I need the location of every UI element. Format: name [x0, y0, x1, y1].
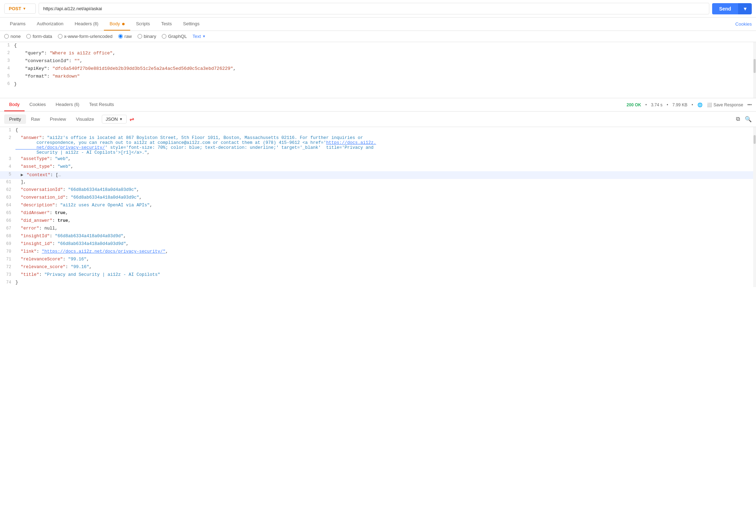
text-format-dropdown[interactable]: Text ▼ [192, 34, 206, 39]
resp-line-70: 70 "link": "https://docs.ai12z.net/docs/… [0, 248, 756, 256]
cookies-link[interactable]: Cookies [735, 21, 752, 27]
fmt-pretty[interactable]: Pretty [4, 114, 26, 124]
req-line-2: 2 "query": "Where is ai12z office", [0, 50, 756, 58]
req-line-1: 1 { [0, 42, 756, 50]
send-arrow-icon: ▼ [743, 6, 748, 12]
resp-line-63: 63 "conversation_id": "66d8ab6334a418a0d… [0, 194, 756, 202]
copy-icon[interactable]: ⧉ [736, 116, 740, 122]
body-options-row: none form-data x-www-form-urlencoded raw… [0, 31, 756, 42]
top-bar: POST ▼ Send ▼ [0, 0, 756, 18]
tab-scripts[interactable]: Scripts [130, 18, 155, 31]
resp-line-3: 3 "assetType": "web", [0, 156, 756, 164]
chevron-down-icon: ▼ [119, 117, 123, 121]
resp-line-1: 1 { [0, 127, 756, 135]
response-action-icons: ⧉ 🔍 [736, 116, 752, 122]
tab-settings[interactable]: Settings [177, 18, 205, 31]
method-dropdown[interactable]: POST ▼ [4, 4, 36, 14]
resp-line-67: 67 "error": null, [0, 225, 756, 233]
fmt-visualize[interactable]: Visualize [71, 114, 99, 124]
resp-line-65: 65 "didAnswer": true, [0, 210, 756, 218]
method-label: POST [9, 6, 21, 11]
tab-tests[interactable]: Tests [155, 18, 177, 31]
option-binary[interactable]: binary [138, 34, 156, 39]
resp-line-4: 4 "asset_type": "web", [0, 164, 756, 171]
wrap-lines-icon[interactable]: ⇌ [130, 116, 134, 122]
link-value[interactable]: "https://docs.ai12z.net/docs/privacy-sec… [42, 249, 166, 254]
resp-line-5: 5 ▶ "context": [… [0, 171, 756, 179]
chevron-down-icon: ▼ [22, 7, 26, 11]
resp-line-66: 66 "did_answer": true, [0, 218, 756, 225]
response-scrollbar[interactable] [753, 127, 756, 287]
tab-params[interactable]: Params [4, 18, 31, 31]
send-button[interactable]: Send [712, 3, 738, 14]
resp-tab-test-results[interactable]: Test Results [84, 98, 119, 111]
search-icon[interactable]: 🔍 [745, 116, 752, 122]
tab-headers[interactable]: Headers (8) [69, 18, 104, 31]
response-status-bar: 200 OK • 3.74 s • 7.99 KB • 🌐 ⬜ Save Res… [626, 102, 752, 107]
editor-scrollbar-thumb [754, 59, 756, 73]
response-size-value: 7.99 KB [672, 102, 688, 107]
fmt-raw[interactable]: Raw [26, 114, 45, 124]
resp-line-72: 72 "relevance_score": "99.16", [0, 264, 756, 272]
resp-line-69: 69 "insight_id": "66d8ab6334a418a0d4a03d… [0, 241, 756, 248]
resp-line-2: 2 "answer": "ai12z's office is located a… [0, 135, 756, 156]
response-body[interactable]: 1 { 2 "answer": "ai12z's office is locat… [0, 127, 756, 287]
send-dropdown-button[interactable]: ▼ [738, 3, 752, 14]
resp-tab-body[interactable]: Body [4, 98, 25, 111]
resp-line-74: 74 } [0, 279, 756, 287]
expand-context-icon[interactable]: ▶ [21, 173, 24, 178]
response-time: • [645, 102, 647, 107]
globe-icon[interactable]: 🌐 [697, 102, 703, 107]
dot-sep3: • [691, 102, 693, 107]
fmt-preview[interactable]: Preview [45, 114, 71, 124]
more-options-icon[interactable]: ••• [747, 102, 752, 107]
tab-body[interactable]: Body [104, 18, 130, 31]
body-dot [122, 23, 125, 25]
option-raw[interactable]: raw [118, 34, 132, 39]
req-line-6: 6 } [0, 81, 756, 88]
status-ok: 200 OK [626, 102, 641, 107]
option-form-data[interactable]: form-data [26, 34, 52, 39]
resp-line-64: 64 "description": "ai12z uses Azure Open… [0, 202, 756, 210]
resp-tab-cookies[interactable]: Cookies [25, 98, 51, 111]
resp-line-73: 73 "title": "Privacy and Security | ai12… [0, 272, 756, 279]
request-tabs: Params Authorization Headers (8) Body Sc… [0, 18, 756, 31]
resp-line-61: 61 ], [0, 179, 756, 187]
request-body-editor[interactable]: 1 { 2 "query": "Where is ai12z office", … [0, 42, 756, 98]
send-label: Send [719, 6, 731, 12]
req-line-3: 3 "conversationId": "", [0, 58, 756, 65]
option-x-www-form-urlencoded[interactable]: x-www-form-urlencoded [58, 34, 113, 39]
url-input[interactable] [39, 3, 709, 14]
save-icon: ⬜ [707, 102, 712, 107]
editor-scrollbar[interactable] [753, 42, 756, 98]
response-format-row: Pretty Raw Preview Visualize JSON ▼ ⇌ ⧉ … [0, 112, 756, 127]
resp-line-68: 68 "insightId": "66d8ab6334a418a0d4a03d9… [0, 233, 756, 241]
chevron-down-icon: ▼ [202, 34, 206, 38]
json-format-dropdown[interactable]: JSON ▼ [102, 115, 127, 124]
save-response-btn[interactable]: ⬜ Save Response [707, 102, 743, 107]
resp-line-62: 62 "conversationId": "66d8ab6334a418a0d4… [0, 187, 756, 194]
req-line-5: 5 "format": "markdown" [0, 73, 756, 81]
resp-line-71: 71 "relevanceScore": "99.16", [0, 256, 756, 264]
response-scrollbar-thumb [754, 135, 756, 144]
req-line-4: 4 "apiKey": "dfc6a540f27b0e881d10deb2b39… [0, 65, 756, 73]
option-graphql[interactable]: GraphQL [162, 34, 187, 39]
option-none[interactable]: none [4, 34, 21, 39]
resp-tab-headers[interactable]: Headers (6) [51, 98, 84, 111]
tab-authorization[interactable]: Authorization [31, 18, 69, 31]
response-tabs: Body Cookies Headers (6) Test Results 20… [0, 98, 756, 112]
response-time-value: 3.74 s [651, 102, 663, 107]
dot-sep2: • [667, 102, 668, 107]
